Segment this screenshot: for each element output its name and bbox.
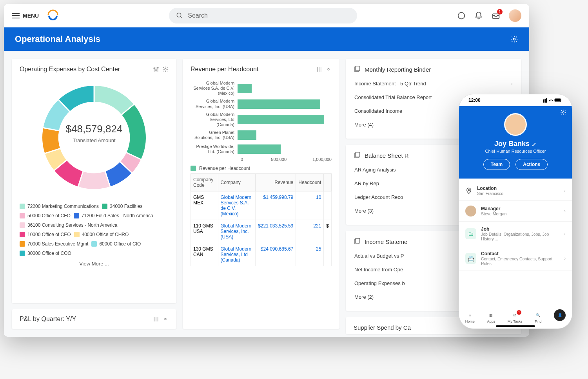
- legend-item[interactable]: 30000 Office of COO: [20, 251, 71, 256]
- donut-center-label: Translated Amount: [54, 137, 134, 143]
- view-more-link[interactable]: View More ...: [20, 256, 169, 267]
- sliders-icon[interactable]: [153, 66, 159, 72]
- legend-item[interactable]: 60000 Office of CIO: [91, 241, 141, 247]
- phone-status-bar: 12:00: [459, 94, 572, 106]
- phone-list-item[interactable]: 📇 ContactContact, Emergency Contacts, Su…: [459, 246, 572, 271]
- mgr-icon: [465, 206, 476, 217]
- chevron-right-icon: ›: [564, 188, 566, 193]
- chat-icon[interactable]: [457, 11, 466, 20]
- legend-item[interactable]: 50000 Office of CFO: [20, 213, 71, 218]
- legend-item[interactable]: 10000 Office of CEO: [20, 232, 71, 237]
- svg-point-2: [458, 13, 465, 19]
- sliders-icon[interactable]: [316, 66, 322, 72]
- th-company-code[interactable]: Company Code: [191, 174, 218, 191]
- th-revenue[interactable]: Revenue: [256, 174, 296, 191]
- binder-icon: [354, 66, 361, 73]
- legend-item[interactable]: 70000 Sales Executive Mgmt: [20, 241, 88, 247]
- nav-home[interactable]: ⌂Home: [465, 312, 475, 323]
- cell-company[interactable]: Global Modern Services, Inc. (USA): [218, 220, 256, 243]
- bar-row[interactable]: Global Modern Services, Ltd (Canada): [191, 112, 332, 128]
- actions-button[interactable]: Actions: [515, 159, 548, 170]
- legend-item[interactable]: 71200 Field Sales - North America: [74, 213, 153, 218]
- gear-icon[interactable]: [560, 109, 566, 116]
- workday-logo[interactable]: [47, 9, 59, 22]
- svg-rect-27: [544, 99, 546, 103]
- bar-row[interactable]: Green Planet Solutions, Inc. (USA): [191, 129, 332, 141]
- mobile-preview: 12:00 Joy Banks Chief Human Resources Of…: [459, 94, 572, 329]
- contact-icon: 📇: [465, 253, 476, 264]
- donut-chart[interactable]: $48,579,824Translated Amount: [20, 77, 169, 198]
- legend-item[interactable]: 36100 Consulting Services - North Americ…: [20, 222, 117, 228]
- profile-avatar[interactable]: [504, 113, 527, 136]
- binder-icon: [354, 152, 361, 159]
- gear-icon[interactable]: [325, 66, 332, 72]
- inbox-icon[interactable]: 1: [492, 11, 500, 20]
- user-avatar[interactable]: [509, 9, 521, 22]
- sliders-icon[interactable]: [153, 316, 159, 322]
- cell-headcount: 221: [296, 220, 324, 243]
- legend-swatch: [74, 232, 80, 237]
- legend-swatch: [20, 204, 25, 209]
- item-title: Job: [481, 226, 559, 232]
- gear-icon[interactable]: [162, 316, 169, 322]
- gear-icon[interactable]: [510, 35, 518, 43]
- phone-list-item[interactable]: 🗂 JobJob Details, Organizations, Jobs, J…: [459, 222, 572, 246]
- list-item[interactable]: Income Statement - 5 Qtr Trend›: [354, 77, 514, 90]
- card-title: Revenue per Headcount: [191, 66, 258, 73]
- table-row[interactable]: 110 GMS USA Global Modern Services, Inc.…: [191, 220, 332, 243]
- page-title: Operational Analysis: [15, 34, 100, 44]
- bell-icon[interactable]: [474, 11, 483, 20]
- bar-label: Prestige Worldwide, Ltd. (Canada): [191, 144, 238, 154]
- menu-button[interactable]: MENU: [12, 13, 39, 19]
- svg-rect-28: [546, 98, 547, 103]
- nav-apps[interactable]: ▦Apps: [487, 312, 495, 323]
- app-window: MENU Search 1 Operational Analysis: [4, 4, 529, 337]
- pnl-card: P&L by Quarter: Y/Y: [12, 309, 176, 329]
- bar-row[interactable]: Prestige Worldwide, Ltd. (Canada): [191, 143, 332, 155]
- search-input[interactable]: Search: [169, 8, 357, 23]
- svg-rect-3: [493, 14, 499, 18]
- bar-label: Global Modern Services, Ltd (Canada): [191, 112, 238, 128]
- pin-icon: [465, 187, 472, 194]
- th-headcount[interactable]: Headcount: [296, 174, 324, 191]
- nav-label: My Tasks: [508, 319, 522, 323]
- svg-rect-30: [555, 99, 561, 101]
- operating-expenses-card: Operating Expenses by Cost Center $48,57…: [12, 59, 176, 303]
- card-title: Operating Expenses by Cost Center: [20, 66, 120, 73]
- nav-label: Apps: [487, 319, 495, 323]
- edit-icon[interactable]: [532, 142, 537, 146]
- phone-time: 12:00: [468, 97, 481, 103]
- legend-swatch: [91, 241, 97, 247]
- phone-list-item[interactable]: LocationSan Francisco ›: [459, 181, 572, 201]
- svg-point-8: [154, 68, 155, 69]
- legend-item[interactable]: 72200 Marketing Communications: [20, 204, 99, 209]
- gear-icon[interactable]: [162, 66, 169, 72]
- svg-point-15: [165, 318, 166, 320]
- legend-item[interactable]: 40000 Office of CHRO: [74, 232, 129, 237]
- bar-row[interactable]: Global Modern Services S.A. de C.V. (Mex…: [191, 81, 332, 96]
- list-item-label: Income Statement - 5 Qtr Trend: [354, 81, 426, 87]
- team-button[interactable]: Team: [483, 159, 510, 170]
- job-icon: 🗂: [465, 228, 476, 239]
- bar-chart[interactable]: Global Modern Services S.A. de C.V. (Mex…: [191, 81, 332, 155]
- cell-company[interactable]: Global Modern Services S.A. de C.V. (Mex…: [218, 191, 256, 220]
- nav-profile[interactable]: 👤Profile: [554, 309, 566, 326]
- legend-swatch: [20, 232, 25, 237]
- table-row[interactable]: 130 GMS CAN Global Modern Services, Ltd …: [191, 243, 332, 266]
- table-row[interactable]: GMS MEX Global Modern Services S.A. de C…: [191, 191, 332, 220]
- bar-label: Global Modern Services S.A. de C.V. (Mex…: [191, 81, 238, 96]
- legend-label: 36100 Consulting Services - North Americ…: [27, 222, 117, 228]
- nav-find[interactable]: 🔍Find: [535, 312, 542, 323]
- th-company[interactable]: Company: [218, 174, 256, 191]
- phone-list-item[interactable]: ManagerSteve Morgan ›: [459, 201, 572, 222]
- section-title: Balance Sheet R: [365, 152, 409, 159]
- legend-item[interactable]: 34000 Facilities: [102, 204, 142, 209]
- nav-my-tasks[interactable]: 🗂My Tasks1: [508, 312, 522, 323]
- bar-row[interactable]: Global Modern Services, Inc. (USA): [191, 98, 332, 110]
- cell-company[interactable]: Global Modern Services, Ltd (Canada): [218, 243, 256, 266]
- revenue-per-headcount-card: Revenue per Headcount Global Modern Serv…: [183, 59, 339, 329]
- binder-icon: [354, 238, 361, 245]
- inbox-badge: 1: [497, 9, 503, 14]
- svg-point-31: [563, 112, 564, 113]
- svg-point-11: [165, 69, 166, 70]
